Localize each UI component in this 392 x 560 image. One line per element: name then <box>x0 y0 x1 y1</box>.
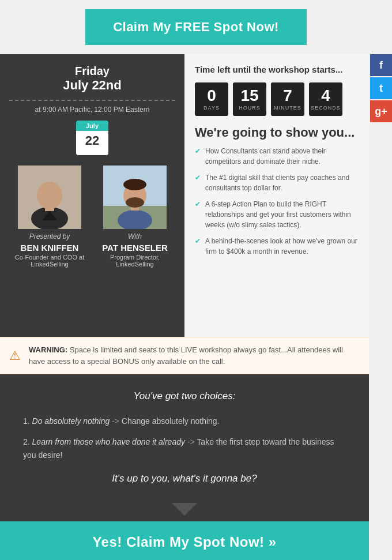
presenter-ben-title: Co-Founder and COO at LinkedSelling <box>12 254 87 268</box>
bottom-cta-section: Yes! Claim My Spot Now! » <box>0 521 369 560</box>
choice2-arrow: -> <box>187 437 195 446</box>
presenter-pat-name: PAT HENSELER <box>102 243 168 253</box>
bottom-cta-button[interactable]: Yes! Claim My Spot Now! » <box>92 534 276 550</box>
cal-day: 22 <box>76 131 108 155</box>
bullets-list: How Consultants can stand above their co… <box>195 146 357 257</box>
warning-text: WARNING: Space is limited and seats to t… <box>29 344 360 367</box>
its-up-to-you: It's up to you, what's it gonna be? <box>23 473 346 484</box>
time-left-title: Time left until the workshop starts... <box>195 65 357 74</box>
bullet-1: How Consultants can stand above their co… <box>195 146 357 167</box>
choice-2: 2. Learn from those who have done it alr… <box>23 435 346 461</box>
dark-bottom-section: You've got two choices: 1. Do absolutely… <box>0 374 369 503</box>
svg-point-11 <box>123 179 146 190</box>
choice1-arrow: -> <box>112 416 119 426</box>
presenter-pat: With PAT HENSELER Program Director, Link… <box>97 166 172 268</box>
bullet-4: A behind-the-scenes look at how we've gr… <box>195 236 357 257</box>
facebook-icon: f <box>379 59 383 72</box>
warning-body: Space is limited and seats to this LIVE … <box>29 345 343 366</box>
choice-1: 1. Do absolutely nothing -> Change absol… <box>23 415 346 427</box>
svg-point-3 <box>37 182 62 209</box>
countdown-minutes: 7 MINUTES <box>271 82 304 116</box>
day-name: Friday <box>63 65 121 78</box>
time-text: at 9:00 AM Pacific, 12:00 PM Eastern <box>35 106 150 114</box>
choice1-num: 1. <box>23 416 30 426</box>
facebook-button[interactable]: f <box>370 54 392 76</box>
seconds-value: 4 <box>321 88 330 104</box>
hours-label: HOURS <box>239 105 261 111</box>
calendar-icon: July 22 <box>76 121 108 155</box>
warning-icon: ⚠ <box>9 348 21 363</box>
presenters-row: Presented by BEN KNIFFEN Co-Founder and … <box>9 166 175 268</box>
left-panel: Friday July 22nd at 9:00 AM Pacific, 12:… <box>0 54 184 337</box>
main-content: Friday July 22nd at 9:00 AM Pacific, 12:… <box>0 54 392 337</box>
presenter-pat-with: With <box>128 232 142 240</box>
googleplus-button[interactable]: g+ <box>370 100 392 122</box>
arrow-down-wrapper <box>0 503 369 521</box>
arrow-down-icon <box>172 503 197 516</box>
choice2-num: 2. <box>23 437 30 446</box>
choice1-result: Change absolutely nothing. <box>122 416 220 426</box>
pat-photo-svg <box>103 166 167 229</box>
presenter-ben: Presented by BEN KNIFFEN Co-Founder and … <box>12 166 87 268</box>
top-cta-section: Claim My FREE Spot Now! <box>0 0 392 54</box>
date-heading: Friday July 22nd <box>63 65 121 93</box>
minutes-label: MINUTES <box>274 105 301 111</box>
days-label: DAYS <box>203 105 220 111</box>
days-value: 0 <box>207 88 216 104</box>
bullet-2: The #1 digital skill that clients pay co… <box>195 172 357 193</box>
choices-title: You've got two choices: <box>23 390 346 402</box>
bullet-3: A 6-step Action Plan to build the RIGHT … <box>195 199 357 230</box>
choice2-italic: Learn from those who have done it alread… <box>32 437 185 446</box>
social-sidebar: f t g+ <box>370 54 392 123</box>
seconds-label: SECONDS <box>311 105 341 111</box>
countdown-hours: 15 HOURS <box>233 82 266 116</box>
presenter-pat-title: Program Director, LinkedSelling <box>97 254 172 268</box>
googleplus-icon: g+ <box>375 106 387 118</box>
top-cta-button[interactable]: Claim My FREE Spot Now! <box>85 9 307 45</box>
presenter-ben-name: BEN KNIFFEN <box>21 243 79 253</box>
presenter-ben-photo <box>18 166 81 229</box>
countdown-seconds: 4 SECONDS <box>309 82 342 116</box>
warning-bar: ⚠ WARNING: Space is limited and seats to… <box>0 337 369 374</box>
countdown-days: 0 DAYS <box>195 82 228 116</box>
presenter-pat-photo <box>103 166 167 229</box>
minutes-value: 7 <box>283 88 292 104</box>
choice1-italic: Do absolutely nothing <box>32 416 110 426</box>
ben-photo-svg <box>18 166 81 229</box>
countdown-row: 0 DAYS 15 HOURS 7 MINUTES 4 SECONDS <box>195 82 357 116</box>
cal-month: July <box>76 121 108 131</box>
svg-point-12 <box>126 197 144 208</box>
two-column-layout: Friday July 22nd at 9:00 AM Pacific, 12:… <box>0 54 369 337</box>
presenter-ben-role: Presented by <box>29 232 70 240</box>
right-panel: Time left until the workshop starts... 0… <box>184 54 369 337</box>
twitter-button[interactable]: t <box>370 77 392 99</box>
date-number: July 22nd <box>63 78 121 93</box>
hours-value: 15 <box>240 88 258 104</box>
warning-bold: WARNING: <box>29 345 67 354</box>
twitter-icon: t <box>379 82 383 95</box>
show-you-title: We're going to show you... <box>195 125 357 140</box>
divider <box>9 100 175 101</box>
